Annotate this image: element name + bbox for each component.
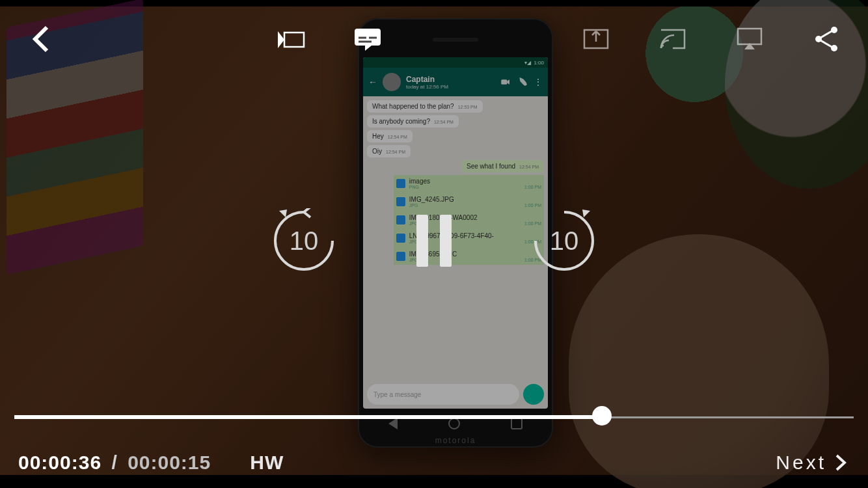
time-display: 00:00:36 / 00:00:15	[18, 452, 211, 474]
subtitle-icon	[352, 23, 383, 55]
pip-button[interactable]	[580, 23, 612, 55]
video-player: ▾◢ 1:00 ← Captain today at 12:56 PM ⋮ Wh…	[0, 0, 868, 488]
forward-10-button[interactable]: 10	[532, 208, 597, 273]
seek-bar[interactable]	[14, 414, 854, 420]
svg-point-9	[831, 27, 837, 33]
popup-play-button[interactable]	[275, 23, 306, 55]
remaining-time: 00:00:15	[128, 452, 211, 473]
seek-progress	[14, 415, 602, 419]
cast-icon	[657, 23, 688, 55]
svg-rect-7	[738, 29, 761, 44]
svg-rect-1	[284, 33, 304, 47]
transport-controls: 10 10	[0, 208, 868, 273]
airplay-icon	[734, 23, 765, 55]
cast-button[interactable]	[657, 23, 688, 55]
popup-play-icon	[275, 23, 306, 55]
seek-thumb[interactable]	[592, 406, 612, 426]
pip-icon	[580, 23, 612, 55]
bottom-bar: 00:00:36 / 00:00:15 HW Next	[0, 452, 868, 474]
chevron-left-icon	[26, 23, 57, 55]
subtitle-button[interactable]	[352, 23, 383, 55]
back-button[interactable]	[26, 23, 57, 55]
forward-ring-icon	[532, 208, 597, 273]
airplay-button[interactable]	[734, 23, 765, 55]
svg-line-12	[821, 40, 832, 47]
rewind-ring-icon	[271, 208, 336, 273]
current-time: 00:00:36	[18, 452, 102, 473]
share-icon	[811, 23, 842, 55]
share-button[interactable]	[811, 23, 842, 55]
top-toolbar	[0, 20, 868, 59]
next-label: Next	[776, 452, 826, 474]
play-pause-button[interactable]	[408, 208, 460, 273]
next-button[interactable]: Next	[776, 452, 850, 474]
decoder-toggle[interactable]: HW	[250, 452, 284, 474]
rewind-10-button[interactable]: 10	[271, 208, 336, 273]
svg-point-10	[831, 45, 837, 51]
pause-bar-right-icon	[440, 215, 452, 267]
chevron-right-icon	[830, 453, 850, 472]
time-separator: /	[111, 452, 117, 473]
svg-line-11	[821, 31, 832, 38]
pause-bar-left-icon	[416, 215, 428, 267]
